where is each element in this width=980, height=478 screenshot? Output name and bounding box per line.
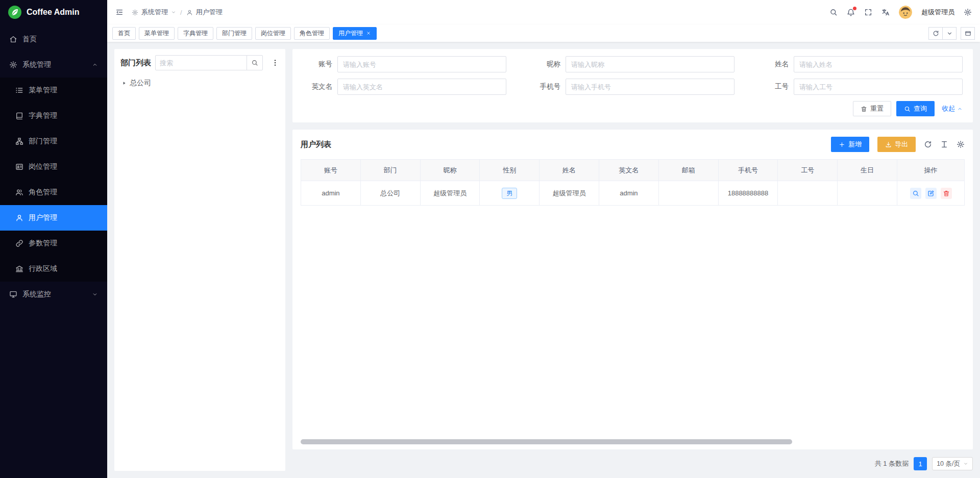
app-logo: Coffee Admin [0,0,107,24]
page-content: 部门列表 总公司 [107,42,980,478]
search-icon [251,59,258,66]
export-button[interactable]: 导出 [877,137,916,152]
nickname-input[interactable] [566,56,734,72]
app-title: Coffee Admin [27,8,79,17]
global-search-button[interactable] [829,8,838,16]
tree-node-head-office[interactable]: 总公司 [120,77,279,90]
department-search-input[interactable] [155,55,247,70]
caret-right-icon[interactable] [121,81,127,86]
monitor-icon [9,290,17,298]
fullscreen-button[interactable] [864,8,872,16]
sidebar-item-user-management[interactable]: 用户管理 [0,205,107,231]
gender-tag: 男 [502,188,517,199]
add-user-button[interactable]: 新增 [831,137,869,152]
tabbar: 首页 菜单管理 字典管理 部门管理 岗位管理 角色管理 用户管理 [107,24,980,42]
page-size-select[interactable]: 10 条/页 [932,457,973,470]
tab-label: 角色管理 [300,29,324,38]
tab-dictionary-management[interactable]: 字典管理 [178,27,213,40]
sidebar-item-role-management[interactable]: 角色管理 [0,180,107,205]
language-button[interactable] [881,8,890,16]
column-header-account: 账号 [301,160,361,181]
user-icon [186,9,193,16]
column-header-gender: 性别 [480,160,540,181]
avatar[interactable] [899,6,912,19]
tab-options-button[interactable] [942,27,957,40]
sidebar-item-system-monitor[interactable]: 系统监控 [0,282,107,307]
page-size-value: 10 条/页 [937,460,960,468]
column-header-birthday: 生日 [838,160,897,181]
current-user-name[interactable]: 超级管理员 [921,8,954,17]
notifications-button[interactable] [847,8,855,16]
delete-row-button[interactable] [941,188,952,199]
name-input[interactable] [794,56,963,72]
department-more-button[interactable] [271,59,279,67]
sidebar-item-label: 岗位管理 [29,162,57,171]
tab-menu-management[interactable]: 菜单管理 [139,27,175,40]
tab-user-management[interactable]: 用户管理 [333,27,377,40]
edit-row-button[interactable] [925,188,937,199]
chevron-up-icon [957,106,963,112]
sidebar-item-label: 部门管理 [29,137,57,146]
main-area: 系统管理 / 用户管理 [107,0,980,478]
sidebar-item-parameter-management[interactable]: 参数管理 [0,231,107,256]
close-icon[interactable] [366,31,371,36]
tab-label: 菜单管理 [144,29,169,38]
sidebar-item-label: 参数管理 [29,239,57,248]
tab-label: 岗位管理 [261,29,285,38]
refresh-table-button[interactable] [924,140,932,148]
collapse-form-button[interactable]: 收起 [942,104,963,113]
column-settings-button[interactable] [957,140,965,148]
page-1-button[interactable]: 1 [914,457,927,470]
collapse-sidebar-button[interactable] [115,8,124,16]
horizontal-scrollbar [301,439,965,444]
row-density-button[interactable] [940,140,948,148]
tab-post-management[interactable]: 岗位管理 [255,27,291,40]
department-search-button[interactable] [247,55,263,70]
employee-no-input[interactable] [794,79,963,95]
user-table-body: admin 总公司 超级管理员 男 超级管理员 admin 1888888888… [301,181,965,206]
phone-label: 手机号 [531,82,560,91]
tab-role-management[interactable]: 角色管理 [294,27,330,40]
table-row[interactable]: admin 总公司 超级管理员 男 超级管理员 admin 1888888888… [301,181,965,206]
english-name-input[interactable] [337,79,506,95]
phone-field-group: 手机号 [531,79,734,95]
department-panel: 部门列表 总公司 [114,49,285,471]
view-row-button[interactable] [910,188,921,199]
refresh-tab-button[interactable] [928,27,943,40]
sidebar-item-dictionary-management[interactable]: 字典管理 [0,103,107,129]
magnifier-icon [912,190,919,197]
gear-icon [132,9,138,16]
edit-icon [927,190,935,197]
user-list-title: 用户列表 [301,140,331,149]
sidebar-item-menu-management[interactable]: 菜单管理 [0,78,107,103]
tabbar-tools [928,27,975,40]
content-fullscreen-button[interactable] [961,27,975,40]
nickname-field-group: 昵称 [531,56,734,72]
tab-department-management[interactable]: 部门管理 [216,27,252,40]
sidebar-item-home[interactable]: 首页 [0,27,107,52]
phone-input[interactable] [566,79,734,95]
sidebar-item-system-management[interactable]: 系统管理 [0,52,107,78]
system-management-submenu: 菜单管理 字典管理 部门管理 岗位管理 角色管理 [0,78,107,282]
tab-label: 用户管理 [338,29,363,38]
app-root: Coffee Admin 首页 系统管理 菜单管理 字典管理 [0,0,980,478]
sidebar-item-admin-region[interactable]: 行政区域 [0,256,107,282]
breadcrumb-section[interactable]: 系统管理 [141,8,168,17]
breadcrumb-separator: / [180,9,182,16]
row-actions [897,188,964,199]
settings-button[interactable] [964,8,972,16]
query-button[interactable]: 查询 [896,101,935,116]
account-input[interactable] [337,56,506,72]
reset-button[interactable]: 重置 [853,101,891,116]
sidebar-item-department-management[interactable]: 部门管理 [0,129,107,154]
search-form: 账号 昵称 姓名 英文名 [303,56,963,95]
cell-english-name: admin [599,181,658,206]
department-panel-title: 部门列表 [120,58,151,68]
dots-vertical-icon [271,59,279,67]
tree-node-label: 总公司 [130,79,151,88]
sidebar-item-post-management[interactable]: 岗位管理 [0,154,107,180]
horizontal-scrollbar-thumb[interactable] [301,439,792,444]
notification-dot [853,7,856,10]
table-empty-space [301,206,965,435]
tab-home[interactable]: 首页 [112,27,136,40]
